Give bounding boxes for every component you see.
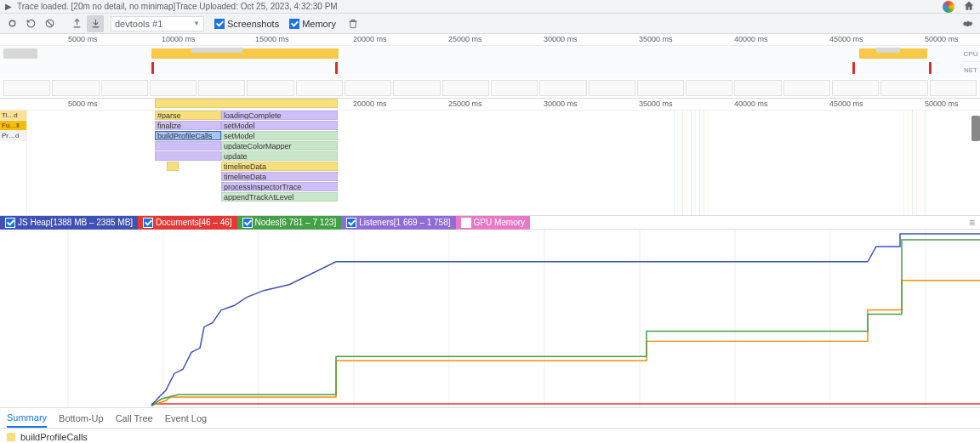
ruler-tick: 30000 ms	[544, 35, 578, 43]
call-update[interactable]: update	[221, 151, 338, 161]
upload-button[interactable]	[68, 15, 85, 32]
ruler-tick: 40000 ms	[734, 35, 768, 43]
toolbar: devtools #1 ▼ Screenshots Memory	[0, 14, 980, 34]
checkbox-icon	[461, 218, 471, 228]
ruler-tick: 20000 ms	[353, 35, 387, 43]
counter-documents[interactable]: Documents[46 – 46]	[138, 216, 237, 230]
checkbox-icon	[5, 218, 15, 228]
net-label: NET	[961, 62, 980, 78]
target-selector-label: devtools #1	[115, 19, 162, 29]
ruler-tick: 15000 ms	[255, 35, 289, 43]
svg-point-0	[9, 20, 15, 26]
call-timelinedata2[interactable]: timelineData	[221, 172, 338, 181]
filmstrip-frame[interactable]	[296, 80, 343, 96]
memory-chart[interactable]	[0, 230, 980, 408]
trace-status: Trace loaded. [20m no detail, no minimap…	[17, 2, 943, 11]
cpu-net-labels: CPU NET	[961, 46, 980, 78]
filmstrip-frame[interactable]	[783, 80, 830, 96]
status-bar: ▶ Trace loaded. [20m no detail, no minim…	[0, 0, 980, 14]
call-setmodel[interactable]: setModel	[221, 121, 338, 130]
counter-nodes[interactable]: Nodes[6 781 – 7 123]	[237, 216, 342, 230]
garbage-collect-button[interactable]	[345, 15, 362, 32]
hamburger-icon[interactable]: ≡	[969, 217, 975, 229]
checkbox-icon	[143, 218, 153, 228]
filmstrip-frame[interactable]	[52, 80, 99, 96]
filmstrip-frame[interactable]	[393, 80, 440, 96]
tab-summary[interactable]: Summary	[7, 409, 47, 428]
home-icon[interactable]	[963, 0, 975, 14]
checkbox-icon	[242, 218, 253, 228]
tab-calltree[interactable]: Call Tree	[116, 410, 153, 427]
filmstrip-frame[interactable]	[589, 80, 635, 96]
filmstrip-frame[interactable]	[686, 80, 732, 96]
ruler-tick: 25000 ms	[448, 35, 482, 43]
reload-button[interactable]	[22, 15, 39, 32]
summary-selected-name: buildProfileCalls	[20, 432, 88, 442]
screenshots-checkbox[interactable]: Screenshots	[214, 19, 279, 29]
counter-gpu[interactable]: GPU Memory	[456, 216, 531, 230]
call-loadingcomplete[interactable]: loadingComplete	[221, 111, 338, 120]
record-button[interactable]	[3, 15, 20, 32]
call-setmodel2[interactable]: setModel	[221, 131, 338, 140]
memory-label: Memory	[302, 19, 336, 29]
counter-jsheap[interactable]: JS Heap[1388 MB – 2385 MB]	[0, 216, 138, 230]
tab-bottomup[interactable]: Bottom-Up	[59, 410, 104, 427]
track-headers: Ti…d Fu…ll Pr…d	[0, 111, 27, 215]
play-icon[interactable]: ▶	[5, 2, 12, 11]
track-header[interactable]: Fu…ll	[0, 121, 26, 131]
timeline-overview[interactable]: 5000 ms 10000 ms 15000 ms 20000 ms 25000…	[0, 34, 980, 78]
call-finalize[interactable]: finalize	[155, 121, 221, 130]
filmstrip-frame[interactable]	[491, 80, 538, 96]
call-appendtrackatlevel[interactable]: appendTrackAtLevel	[221, 192, 338, 202]
filmstrip-frame[interactable]	[442, 80, 489, 96]
call-updatecolormapper[interactable]: updateColorMapper	[221, 141, 338, 151]
filmstrip-frame[interactable]	[930, 80, 977, 96]
filmstrip-frame[interactable]	[539, 80, 586, 96]
checkbox-icon	[289, 19, 299, 29]
filmstrip-frame[interactable]	[880, 80, 927, 96]
cpu-label: CPU	[961, 46, 980, 62]
filmstrip-frame[interactable]	[150, 80, 197, 96]
call-parse[interactable]: #parse	[155, 111, 221, 120]
memory-checkbox[interactable]: Memory	[289, 19, 336, 29]
chevron-down-icon: ▼	[193, 20, 200, 27]
ruler-tick: 35000 ms	[639, 35, 673, 43]
checkbox-icon	[346, 218, 356, 228]
filmstrip-frame[interactable]	[198, 80, 245, 96]
counter-label: JS Heap[1388 MB – 2385 MB]	[18, 218, 133, 227]
counter-listeners[interactable]: Listeners[1 669 – 1 758]	[341, 216, 455, 230]
counter-label: Documents[46 – 46]	[156, 218, 232, 227]
ruler-tick: 50000 ms	[925, 35, 959, 43]
globe-icon[interactable]	[943, 1, 954, 13]
scrollbar-thumb[interactable]	[971, 116, 980, 141]
ruler-tick: 5000 ms	[68, 35, 98, 43]
track-header[interactable]: Pr…d	[0, 131, 26, 141]
download-button[interactable]	[87, 15, 104, 32]
counter-label: GPU Memory	[474, 218, 526, 227]
call-processinspectortrace[interactable]: processInspectorTrace	[221, 182, 338, 191]
target-selector[interactable]: devtools #1 ▼	[111, 16, 204, 31]
filmstrip-frame[interactable]	[734, 80, 781, 96]
counter-label: Listeners[1 669 – 1 758]	[359, 218, 450, 227]
call-buildprofilecalls[interactable]: buildProfileCalls	[155, 131, 221, 140]
call-timelinedata[interactable]: timelineData	[221, 162, 338, 171]
details-tabs: Summary Bottom-Up Call Tree Event Log	[0, 408, 980, 429]
screenshots-filmstrip[interactable]	[0, 78, 980, 99]
filmstrip-frame[interactable]	[345, 80, 391, 96]
summary-color-swatch	[7, 433, 15, 441]
tab-eventlog[interactable]: Event Log	[165, 410, 208, 427]
flame-chart[interactable]: 5000 ms 10000 ms 15000 ms 20000 ms 25000…	[0, 99, 980, 216]
filmstrip-frame[interactable]	[101, 80, 148, 96]
settings-button[interactable]	[960, 15, 977, 32]
track-header[interactable]: Ti…d	[0, 111, 26, 121]
screenshots-label: Screenshots	[227, 19, 279, 29]
clear-button[interactable]	[41, 15, 58, 32]
filmstrip-frame[interactable]	[247, 80, 293, 96]
filmstrip-frame[interactable]	[832, 80, 879, 96]
ruler-tick: 45000 ms	[829, 35, 863, 43]
summary-panel: buildProfileCalls	[0, 429, 980, 443]
filmstrip-frame[interactable]	[3, 80, 50, 96]
counter-label: Nodes[6 781 – 7 123]	[255, 218, 337, 227]
filmstrip-frame[interactable]	[637, 80, 684, 96]
ruler-tick: 10000 ms	[162, 35, 196, 43]
